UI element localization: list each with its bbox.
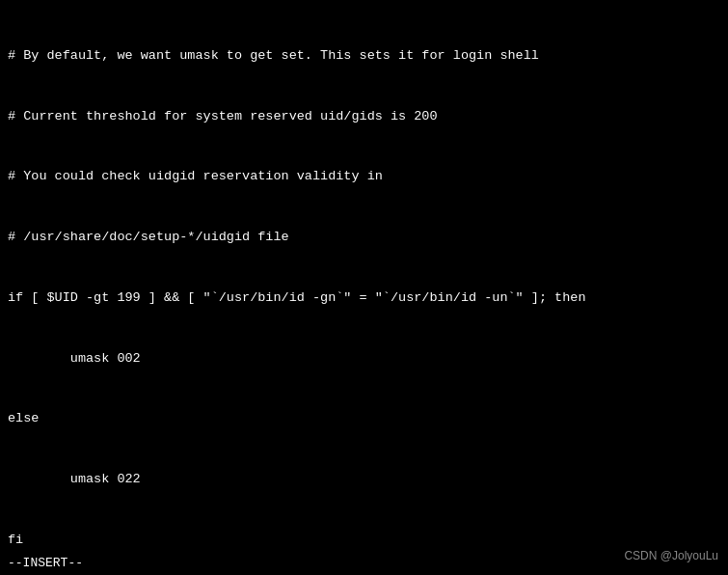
line-1: # By default, we want umask to get set. …: [8, 46, 720, 67]
line-4: # /usr/share/doc/setup-*/uidgid file: [8, 228, 720, 248]
code-editor: # By default, we want umask to get set. …: [0, 0, 728, 575]
line-8: umask 022: [8, 470, 720, 490]
line-3: # You could check uidgid reservation val…: [8, 167, 720, 187]
line-5: if [ $UID -gt 199 ] && [ "`/usr/bin/id -…: [8, 288, 720, 309]
line-9: fi: [8, 531, 720, 551]
code-lines: # By default, we want umask to get set. …: [8, 6, 720, 575]
watermark: CSDN @JolyouLu: [624, 547, 718, 565]
line-7: else: [8, 409, 720, 429]
line-2: # Current threshold for system reserved …: [8, 107, 720, 127]
line-6: umask 002: [8, 349, 720, 370]
status-bar: --INSERT--: [0, 552, 91, 575]
